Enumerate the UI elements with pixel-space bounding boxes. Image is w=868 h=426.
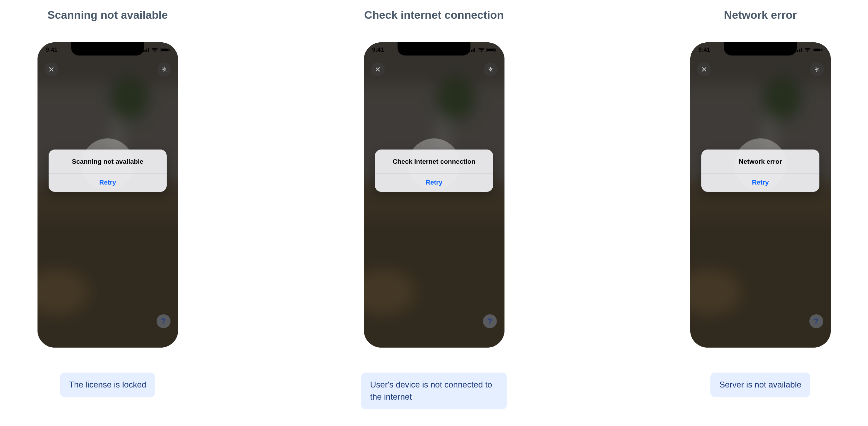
alert-dialog: Check internet connection Retry	[375, 150, 493, 192]
svg-rect-5	[161, 49, 168, 51]
flash-toggle-button[interactable]	[157, 62, 171, 76]
flash-off-icon	[813, 66, 820, 73]
phone-screen: 9:41 Network error Retry	[690, 42, 831, 348]
dim-overlay	[690, 42, 831, 348]
battery-icon	[160, 48, 170, 52]
svg-rect-21	[813, 49, 820, 51]
svg-rect-2	[146, 49, 147, 52]
svg-rect-17	[797, 50, 798, 52]
phone-screen: 9:41 Check internet connection	[364, 42, 504, 348]
svg-rect-22	[821, 49, 823, 51]
status-icons	[143, 48, 170, 52]
alert-dialog: Scanning not available Retry	[49, 150, 167, 192]
status-icons	[469, 48, 496, 52]
retry-button[interactable]: Retry	[701, 173, 819, 192]
help-icon: ?	[161, 317, 166, 326]
svg-rect-14	[495, 49, 496, 51]
alert-dialog: Network error Retry	[701, 150, 819, 192]
status-icons	[795, 48, 823, 52]
svg-rect-18	[799, 49, 800, 52]
example-column: Scanning not available 9:41	[35, 9, 181, 409]
retry-button[interactable]: Retry	[375, 173, 493, 192]
phone-screen: 9:41 Scanning not available Re	[37, 42, 178, 348]
close-icon	[374, 66, 381, 73]
example-heading: Scanning not available	[35, 9, 181, 22]
example-heading: Network error	[687, 9, 833, 22]
dim-overlay	[37, 42, 178, 348]
phone-frame: 9:41 Scanning not available Re	[37, 42, 178, 348]
flash-off-icon	[161, 66, 168, 73]
device-notch	[398, 42, 470, 56]
device-notch	[71, 42, 144, 56]
wifi-icon	[478, 48, 484, 52]
device-notch	[724, 42, 797, 56]
flash-toggle-button[interactable]	[484, 62, 498, 76]
svg-rect-3	[148, 48, 149, 52]
close-icon	[701, 66, 708, 73]
svg-rect-1	[144, 50, 145, 52]
alert-title: Scanning not available	[49, 150, 167, 173]
svg-rect-10	[473, 49, 474, 52]
dim-overlay	[364, 42, 504, 348]
help-button[interactable]: ?	[157, 314, 170, 328]
battery-icon	[486, 48, 496, 52]
help-button[interactable]: ?	[809, 314, 823, 328]
example-column: Network error 9:41	[687, 9, 833, 409]
example-column: Check internet connection 9:41	[361, 9, 507, 409]
retry-button[interactable]: Retry	[49, 173, 167, 192]
close-button[interactable]	[371, 62, 385, 76]
svg-rect-19	[801, 48, 802, 52]
flash-off-icon	[487, 66, 494, 73]
flash-toggle-button[interactable]	[810, 62, 824, 76]
svg-rect-11	[474, 48, 475, 52]
example-heading: Check internet connection	[361, 9, 507, 22]
status-time: 9:41	[372, 46, 384, 53]
alert-title: Check internet connection	[375, 150, 493, 173]
wifi-icon	[804, 48, 811, 52]
phone-frame: 9:41 Check internet connection	[364, 42, 504, 348]
svg-rect-9	[471, 50, 472, 52]
close-button[interactable]	[44, 62, 58, 76]
status-time: 9:41	[699, 46, 710, 53]
examples-row: Scanning not available 9:41	[0, 0, 868, 423]
help-icon: ?	[487, 317, 492, 326]
alert-title: Network error	[701, 150, 819, 173]
svg-rect-6	[169, 49, 170, 51]
help-button[interactable]: ?	[483, 314, 497, 328]
close-button[interactable]	[697, 62, 711, 76]
status-time: 9:41	[46, 46, 58, 53]
example-caption: The license is locked	[60, 373, 156, 397]
phone-frame: 9:41 Network error Retry	[690, 42, 831, 348]
wifi-icon	[152, 48, 158, 52]
svg-rect-13	[487, 49, 494, 51]
close-icon	[48, 66, 55, 73]
battery-icon	[813, 48, 823, 52]
example-caption: Server is not available	[710, 373, 810, 397]
help-icon: ?	[814, 317, 818, 326]
example-caption: User's device is not connected to the in…	[361, 373, 507, 409]
